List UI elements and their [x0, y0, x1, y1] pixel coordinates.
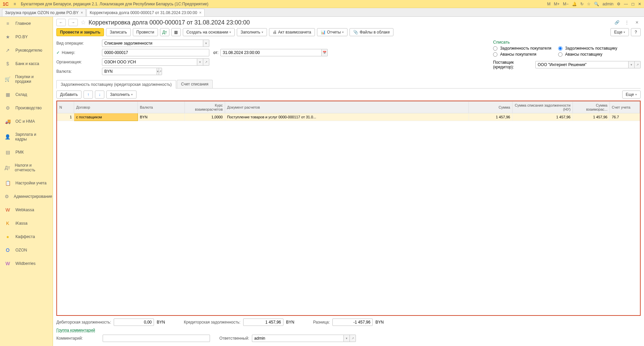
dropdown-icon[interactable]: ▾: [344, 335, 350, 342]
table-row[interactable]: 1 с поставщиком BYN 1,0000 Поступление т…: [57, 113, 640, 121]
fill-button[interactable]: Заполнить: [237, 28, 267, 36]
sidebar-item-bank[interactable]: $Банк и касса: [0, 57, 53, 70]
star-icon[interactable]: ☆: [587, 2, 591, 6]
tab-writeoff-account[interactable]: Счет списания: [177, 80, 213, 88]
mem-mplus[interactable]: M+: [554, 2, 559, 6]
col-doc[interactable]: Документ расчетов: [225, 102, 469, 113]
mem-m[interactable]: M: [547, 2, 550, 6]
radio-buyer-advance[interactable]: Авансы покупателя: [493, 52, 551, 57]
org-input[interactable]: [102, 58, 197, 66]
maximize-icon[interactable]: ◻: [631, 2, 635, 6]
radio-supplier-debt[interactable]: Задолженность поставщику: [558, 46, 618, 51]
tab-supplier-debt[interactable]: Задолженность поставщику (кредиторская з…: [56, 80, 176, 89]
open-icon[interactable]: ↗: [350, 335, 356, 342]
more-icon[interactable]: ⋮: [623, 19, 631, 26]
settings-icon[interactable]: ⚙: [617, 2, 621, 6]
minimize-icon[interactable]: —: [624, 2, 628, 6]
post-and-close-button[interactable]: Провести и закрыть: [56, 28, 104, 36]
col-currency[interactable]: Валюта: [138, 102, 185, 113]
col-sum-nu[interactable]: Сумма списания задолженности (НУ): [513, 102, 573, 113]
diff-value[interactable]: [332, 319, 373, 326]
mem-mminus[interactable]: M−: [563, 2, 569, 6]
resp-input[interactable]: [252, 335, 344, 342]
menu-icon[interactable]: ≡: [11, 2, 18, 6]
create-based-button[interactable]: Создать на основании: [183, 28, 235, 36]
post-button[interactable]: Провести: [133, 28, 158, 36]
sidebar-item-taxes[interactable]: ДтНалоги и отчетность: [0, 159, 53, 176]
dropdown-icon[interactable]: ▾: [197, 58, 203, 66]
sidebar-item-main[interactable]: ≡Главное: [0, 17, 53, 30]
cell-contract[interactable]: с поставщиком: [74, 113, 138, 121]
add-row-button[interactable]: Добавить: [56, 91, 82, 99]
sidebar-item-hr[interactable]: 👤Зарплата и кадры: [0, 128, 53, 146]
nav-back-button[interactable]: ←: [56, 19, 66, 26]
close-icon[interactable]: ✕: [638, 2, 641, 6]
sidebar-item-sales[interactable]: 🛒Покупки и продажи: [0, 70, 53, 88]
cell-account[interactable]: 76.7: [610, 113, 640, 121]
fill-table-button[interactable]: Заполнить: [106, 91, 137, 99]
nav-forward-button[interactable]: →: [68, 19, 78, 26]
move-down-button[interactable]: ↓: [95, 91, 104, 99]
table-more-button[interactable]: Еще: [622, 91, 641, 99]
favorite-star-icon[interactable]: ☆: [80, 19, 86, 26]
dropdown-icon[interactable]: ▾: [203, 40, 209, 47]
cell-sum-vz[interactable]: 1 457,96: [573, 113, 610, 121]
more-button[interactable]: Еще: [610, 28, 629, 36]
tab-close-icon[interactable]: ×: [80, 10, 83, 15]
reports-button[interactable]: 📊Отчеты: [317, 28, 347, 36]
write-button[interactable]: Записать: [106, 28, 130, 36]
open-icon[interactable]: ↗: [159, 68, 162, 75]
sidebar-item-settings[interactable]: 📋Настройки учета: [0, 176, 53, 190]
sidebar-item-admin[interactable]: ⚙Администрирование: [0, 190, 53, 203]
cell-doc[interactable]: Поступление товаров и услуг 0000-000117 …: [225, 113, 469, 121]
search-icon[interactable]: 🔍: [594, 2, 599, 6]
open-icon[interactable]: ↗: [635, 61, 641, 68]
close-doc-icon[interactable]: ✕: [633, 19, 641, 26]
act-button[interactable]: 🖨Акт взаимозачета: [269, 28, 315, 36]
sidebar-item-wb[interactable]: WWildberries: [0, 257, 53, 270]
col-rate[interactable]: Курс взаиморасчетов: [185, 102, 225, 113]
dropdown-icon[interactable]: ▾: [629, 61, 635, 68]
files-button[interactable]: 📎Файлы в облаке: [350, 28, 393, 36]
currency-input[interactable]: [102, 68, 157, 75]
sidebar-item-warehouse[interactable]: ▦Склад: [0, 88, 53, 101]
user-label[interactable]: admin: [602, 2, 613, 6]
col-sum-vz[interactable]: Сумма взаиморас...: [573, 102, 610, 113]
supplier-input[interactable]: [535, 61, 629, 68]
sidebar-item-manager[interactable]: ↗Руководителю: [0, 44, 53, 57]
comment-group-link[interactable]: Группа комментарий: [56, 328, 95, 333]
operation-select[interactable]: [102, 40, 203, 47]
sidebar-item-assets[interactable]: 🚚ОС и НМА: [0, 115, 53, 128]
sidebar-item-poby[interactable]: ★PO.BY: [0, 30, 53, 44]
help-button[interactable]: ?: [631, 28, 641, 36]
cell-sum-nu[interactable]: 1 457,96: [513, 113, 573, 121]
sidebar-item-webkassa[interactable]: WWebkassa: [0, 203, 53, 217]
radio-supplier-advance[interactable]: Авансы поставщику: [558, 52, 618, 57]
comment-input[interactable]: [103, 335, 210, 342]
sidebar-item-ozon[interactable]: OOZON: [0, 243, 53, 257]
dtk-button[interactable]: Дт: [160, 28, 169, 36]
col-sum[interactable]: Сумма: [469, 102, 513, 113]
bell-icon[interactable]: 🔔: [572, 2, 577, 6]
col-n[interactable]: N: [57, 102, 74, 113]
col-account[interactable]: Счет учета: [610, 102, 640, 113]
date-input[interactable]: [220, 49, 322, 56]
cell-n[interactable]: 1: [57, 113, 74, 121]
link-icon[interactable]: 🔗: [613, 19, 621, 26]
open-icon[interactable]: ↗: [203, 58, 209, 66]
sidebar-item-rmk[interactable]: ▤РМК: [0, 146, 53, 159]
radio-buyer-debt[interactable]: Задолженность покупателя: [493, 46, 551, 51]
cell-currency[interactable]: BYN: [138, 113, 185, 121]
history-icon[interactable]: ↻: [580, 2, 584, 6]
sidebar-item-production[interactable]: ⚙Производство: [0, 101, 53, 115]
sidebar-item-ikassa[interactable]: KiKassa: [0, 217, 53, 230]
cell-rate[interactable]: 1,0000: [185, 113, 225, 121]
number-input[interactable]: [102, 49, 209, 56]
structure-button[interactable]: ▦: [171, 28, 181, 36]
cred-value[interactable]: [243, 319, 283, 326]
sidebar-item-kaffesta[interactable]: ●Каффеста: [0, 230, 53, 243]
tab-ozon-load[interactable]: Загрузка продаж OZON по дням PO.BY ×: [2, 9, 86, 16]
calendar-icon[interactable]: 📅: [322, 49, 328, 56]
col-contract[interactable]: Договор: [74, 102, 138, 113]
deb-value[interactable]: [114, 319, 154, 326]
